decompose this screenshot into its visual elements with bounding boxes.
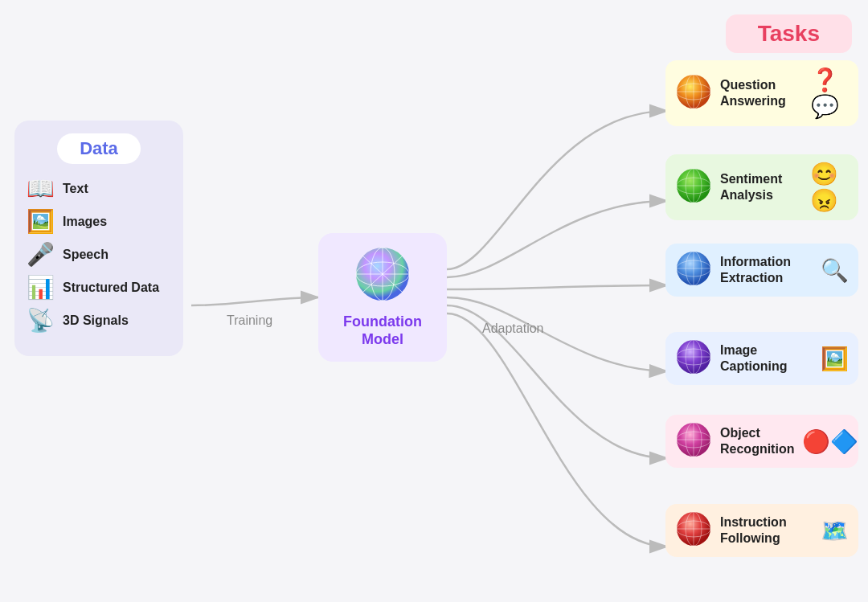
if-emoji: 🗺️ xyxy=(821,518,849,544)
data-item-speech: 🎤 Speech xyxy=(24,241,174,268)
qa-label: Question Answering xyxy=(720,77,803,109)
ic-label: Image Captioning xyxy=(720,342,813,375)
data-item-images: 🖼️ Images xyxy=(24,208,174,235)
training-label: Training xyxy=(227,313,272,328)
foundation-model-label: FoundationModel xyxy=(343,313,422,348)
data-title: Data xyxy=(80,138,118,158)
task-card-ic: Image Captioning 🖼️ xyxy=(665,332,858,385)
task-card-ie: Information Extraction 🔍 xyxy=(665,244,858,297)
ie-orb xyxy=(675,250,712,290)
speech-icon: 🎤 xyxy=(24,241,56,268)
or-label: Object Recognition xyxy=(720,425,794,457)
data-item-3d: 📡 3D Signals xyxy=(24,307,174,334)
data-item-speech-label: Speech xyxy=(63,248,108,262)
data-title-box: Data xyxy=(57,133,141,164)
task-card-if: Instruction Following 🗺️ xyxy=(665,504,858,557)
if-orb xyxy=(675,510,712,551)
tasks-title: Tasks xyxy=(758,21,820,46)
data-item-structured-label: Structured Data xyxy=(63,281,159,295)
or-emoji: 🔴🔷 xyxy=(802,428,858,455)
task-card-or: Object Recognition 🔴🔷 xyxy=(665,415,858,468)
data-item-structured: 📊 Structured Data xyxy=(24,274,174,301)
sa-emoji: 😊😠 xyxy=(810,161,849,214)
task-card-sa: Sentiment Analysis 😊😠 xyxy=(665,154,858,220)
qa-emoji: ❓💬 xyxy=(811,67,849,120)
data-item-text: 📖 Text xyxy=(24,175,174,202)
data-item-3d-label: 3D Signals xyxy=(63,313,129,328)
sa-orb xyxy=(675,167,712,207)
qa-orb xyxy=(675,73,712,113)
images-icon: 🖼️ xyxy=(24,208,56,235)
ic-orb xyxy=(675,338,712,379)
data-panel: Data 📖 Text 🖼️ Images 🎤 Speech 📊 Structu… xyxy=(14,121,183,356)
structured-icon: 📊 xyxy=(24,274,56,301)
ic-emoji: 🖼️ xyxy=(821,346,849,372)
data-item-images-label: Images xyxy=(63,215,107,229)
or-orb xyxy=(675,421,712,461)
ie-emoji: 🔍 xyxy=(821,257,849,284)
foundation-model-box: FoundationModel xyxy=(318,233,447,362)
task-card-qa: Question Answering ❓💬 xyxy=(665,60,858,126)
foundation-model-orb xyxy=(354,246,411,309)
sa-label: Sentiment Analysis xyxy=(720,171,802,203)
tasks-title-box: Tasks xyxy=(726,14,852,53)
3d-icon: 📡 xyxy=(24,307,56,334)
data-item-text-label: Text xyxy=(63,182,88,196)
text-icon: 📖 xyxy=(24,175,56,202)
ie-label: Information Extraction xyxy=(720,254,813,286)
if-label: Instruction Following xyxy=(720,514,813,547)
adaptation-label: Adaptation xyxy=(482,321,544,336)
